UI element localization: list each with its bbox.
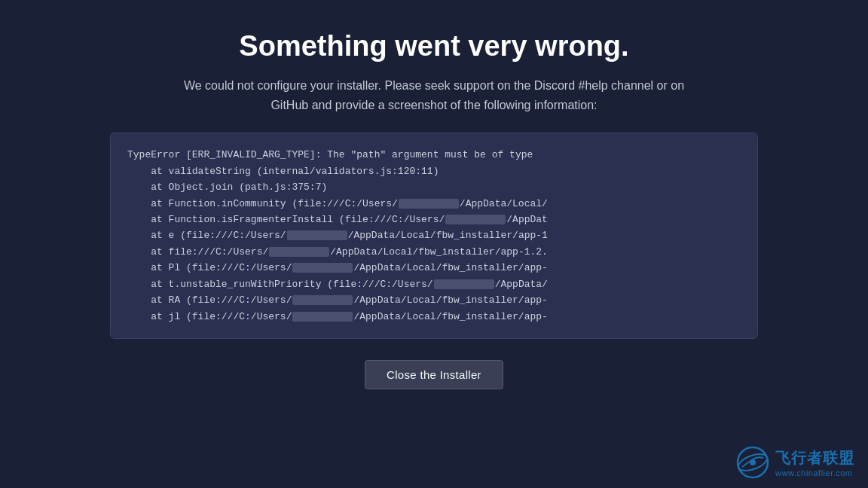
- error-text: TypeError [ERR_INVALID_ARG_TYPE]: The "p…: [127, 147, 741, 325]
- watermark-url: www.chinaflier.com: [775, 468, 853, 477]
- page-subtitle: We could not configure your installer. P…: [170, 76, 698, 114]
- close-installer-button[interactable]: Close the Installer: [365, 360, 503, 389]
- watermark-text: 飞行者联盟 www.chinaflier.com: [775, 448, 854, 477]
- main-content: Something went very wrong. We could not …: [0, 0, 868, 404]
- page-title: Something went very wrong.: [239, 30, 628, 63]
- watermark-name: 飞行者联盟: [775, 448, 854, 468]
- watermark: 飞行者联盟 www.chinaflier.com: [736, 446, 854, 479]
- watermark-logo-icon: [736, 446, 769, 479]
- error-box: TypeError [ERR_INVALID_ARG_TYPE]: The "p…: [110, 133, 758, 339]
